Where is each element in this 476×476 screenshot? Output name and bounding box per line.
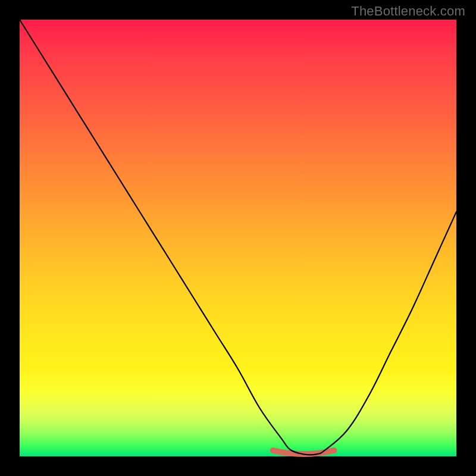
watermark-text: TheBottleneck.com — [351, 4, 465, 19]
plot-area — [20, 20, 456, 456]
curve-svg — [20, 20, 456, 456]
bottleneck-curve-path — [20, 20, 456, 455]
chart-frame: TheBottleneck.com — [0, 0, 476, 476]
